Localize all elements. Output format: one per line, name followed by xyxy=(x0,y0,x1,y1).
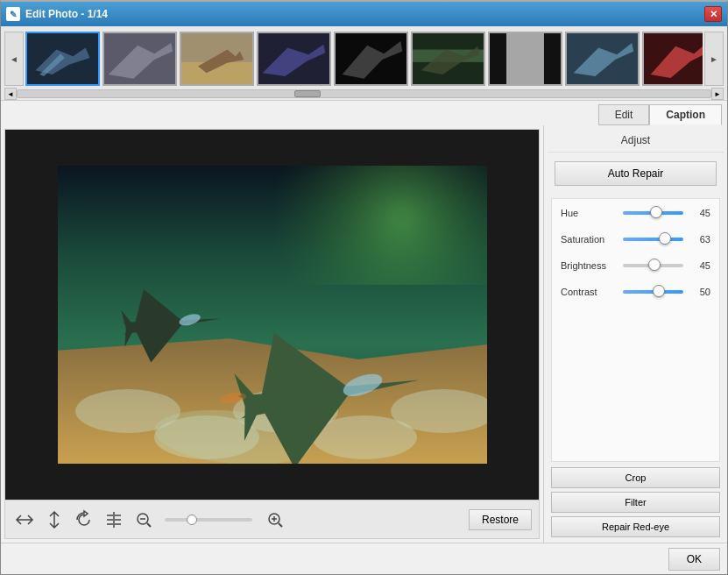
filmstrip-nav-left[interactable]: ◄ xyxy=(4,32,24,86)
auto-repair-button[interactable]: Auto Repair xyxy=(555,161,717,186)
filmstrip-thumb-9[interactable] xyxy=(642,32,703,86)
main-area: Restore Adjust Auto Repair Hue 45 Satura… xyxy=(1,125,727,543)
brightness-slider-handle[interactable] xyxy=(648,259,661,271)
filmstrip-area: ◄ xyxy=(1,26,727,101)
hue-label: Hue xyxy=(561,208,618,218)
contrast-label: Contrast xyxy=(561,287,618,297)
photo-panel: Restore xyxy=(4,129,540,539)
zoom-slider-container[interactable] xyxy=(161,518,258,522)
main-window: ✎ Edit Photo - 1/14 ✕ ◄ xyxy=(0,0,728,575)
rotate-icon xyxy=(74,509,95,530)
thumb-6-svg xyxy=(413,32,484,86)
saturation-value: 63 xyxy=(689,234,710,245)
saturation-slider-row: Saturation 63 xyxy=(561,234,710,245)
tab-edit[interactable]: Edit xyxy=(598,104,650,125)
right-panel: Adjust Auto Repair Hue 45 Saturation xyxy=(543,125,727,543)
thumb-5-svg xyxy=(336,32,406,86)
zoom-in-icon xyxy=(266,511,284,529)
scroll-track[interactable] xyxy=(17,89,711,98)
filter-button[interactable]: Filter xyxy=(551,492,720,513)
brightness-slider-row: Brightness 45 xyxy=(561,260,710,271)
flip-vertical-button[interactable] xyxy=(42,508,67,532)
brightness-label: Brightness xyxy=(561,260,618,271)
thumb-7-svg xyxy=(490,32,561,86)
rotate-button[interactable] xyxy=(72,508,96,532)
filmstrip-thumb-3[interactable] xyxy=(180,32,254,86)
mirror-button[interactable] xyxy=(102,508,126,532)
saturation-slider-handle[interactable] xyxy=(659,232,671,245)
zoom-slider[interactable] xyxy=(165,518,252,522)
tab-row: Edit Caption xyxy=(1,101,727,125)
scroll-right-btn[interactable]: ► xyxy=(711,88,724,100)
svg-rect-17 xyxy=(506,32,544,84)
svg-line-24 xyxy=(147,523,151,527)
hue-slider[interactable] xyxy=(623,211,683,215)
hue-slider-row: Hue 45 xyxy=(561,208,710,218)
filmstrip-scrollbar: ◄ ► xyxy=(4,88,724,100)
filmstrip-thumb-1[interactable] xyxy=(25,32,100,86)
restore-button[interactable]: Restore xyxy=(469,509,532,530)
main-photo-canvas xyxy=(58,166,487,464)
mirror-icon xyxy=(103,509,124,530)
thumb-8-svg xyxy=(567,32,638,86)
thumb-4-svg xyxy=(258,32,329,86)
close-button[interactable]: ✕ xyxy=(704,6,722,22)
filmstrip-row: ◄ xyxy=(4,32,724,86)
filmstrip-thumb-5[interactable] xyxy=(334,32,408,86)
filmstrip-thumb-2[interactable] xyxy=(102,32,177,86)
zoom-out-button[interactable] xyxy=(131,508,156,532)
flip-vertical-icon xyxy=(44,509,65,530)
window-title: Edit Photo - 1/14 xyxy=(25,8,108,20)
thumb-1-svg xyxy=(27,32,98,86)
hue-slider-handle[interactable] xyxy=(650,206,662,218)
crop-button[interactable]: Crop xyxy=(551,467,720,488)
saturation-slider[interactable] xyxy=(623,238,683,241)
filmstrip-nav-right[interactable]: ► xyxy=(704,32,724,86)
adjust-title: Adjust xyxy=(548,129,724,153)
contrast-slider[interactable] xyxy=(623,290,683,294)
zoom-in-button[interactable] xyxy=(263,508,287,532)
footer-bar: OK xyxy=(1,543,727,574)
flip-horizontal-icon xyxy=(14,509,35,530)
scroll-left-btn[interactable]: ◄ xyxy=(4,88,17,100)
thumb-9-svg xyxy=(644,32,703,86)
sliders-area: Hue 45 Saturation 63 Brightness xyxy=(551,198,720,462)
brightness-value: 45 xyxy=(689,260,710,271)
contrast-slider-row: Contrast 50 xyxy=(561,287,710,297)
photo-display xyxy=(5,130,539,500)
filmstrip-thumb-6[interactable] xyxy=(411,32,485,86)
ok-button[interactable]: OK xyxy=(668,548,720,571)
thumb-2-svg xyxy=(104,32,175,86)
zoom-slider-thumb[interactable] xyxy=(187,515,197,525)
repair-redeye-button[interactable]: Repair Red-eye xyxy=(551,516,720,537)
title-bar-left: ✎ Edit Photo - 1/14 xyxy=(6,7,108,21)
photo-toolbar: Restore xyxy=(5,500,539,538)
filmstrip-thumb-7[interactable] xyxy=(488,32,562,86)
zoom-out-icon xyxy=(135,511,152,529)
thumb-3-svg xyxy=(181,32,252,86)
filmstrip-thumb-4[interactable] xyxy=(257,32,331,86)
contrast-value: 50 xyxy=(689,287,710,297)
app-icon: ✎ xyxy=(6,7,20,21)
title-bar: ✎ Edit Photo - 1/14 ✕ xyxy=(1,2,727,26)
contrast-slider-handle[interactable] xyxy=(653,285,665,297)
svg-line-28 xyxy=(279,523,282,527)
flip-horizontal-button[interactable] xyxy=(12,508,37,532)
filmstrip-thumb-8[interactable] xyxy=(565,32,640,86)
scroll-thumb[interactable] xyxy=(294,90,321,97)
hue-value: 45 xyxy=(689,208,710,218)
saturation-label: Saturation xyxy=(561,234,618,245)
brightness-slider[interactable] xyxy=(623,264,683,267)
tab-caption[interactable]: Caption xyxy=(649,104,722,125)
filmstrip-scroll xyxy=(25,32,703,86)
